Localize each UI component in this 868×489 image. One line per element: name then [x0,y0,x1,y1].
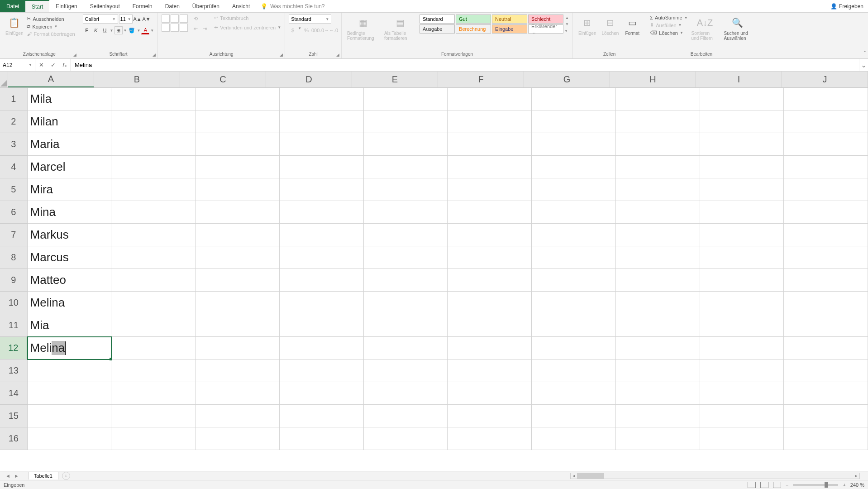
tab-page-layout[interactable]: Seitenlayout [84,0,126,12]
tab-file[interactable]: Datei [0,0,25,12]
cell-style-standard[interactable]: Standard [420,14,455,24]
cell-G11[interactable] [532,314,616,337]
cell-E1[interactable] [364,88,448,110]
row-header-14[interactable]: 14 [0,382,28,405]
cell-I11[interactable] [700,314,784,337]
row-header-4[interactable]: 4 [0,156,28,178]
cell-style-berechnung[interactable]: Berechnung [456,24,491,34]
cell-B13[interactable] [111,360,196,382]
cell-style-eingabe[interactable]: Eingabe [492,24,527,34]
find-select-button[interactable]: 🔍Suchen und Auswählen [722,14,753,42]
fill-handle[interactable] [110,358,112,360]
cell-I9[interactable] [700,269,784,292]
cell-C15[interactable] [196,405,280,427]
bold-button[interactable]: F [83,26,91,34]
cell-H4[interactable] [616,156,700,178]
cell-A16[interactable] [28,427,112,450]
cell-A7[interactable]: Markus [28,224,112,246]
cut-button[interactable]: ✂Ausschneiden [27,15,75,22]
increase-font-button[interactable]: A▲ [134,15,142,23]
zoom-in-button[interactable]: + [843,482,845,488]
row-header-7[interactable]: 7 [0,224,28,246]
orientation-button[interactable]: ⟲ [191,14,200,23]
cell-D3[interactable] [280,133,364,156]
row-header-12[interactable]: 12 [0,337,28,360]
cell-B5[interactable] [111,178,196,201]
font-color-button[interactable]: A [141,26,149,34]
decrease-decimal-button[interactable]: ←.0 [329,26,338,34]
row-header-6[interactable]: 6 [0,201,28,224]
cell-A14[interactable] [28,382,112,405]
cell-H15[interactable] [616,405,700,427]
row-header-3[interactable]: 3 [0,133,28,156]
cell-B1[interactable] [111,88,196,110]
cell-D16[interactable] [280,427,364,450]
number-format-select[interactable]: Standard▼ [289,14,331,24]
cell-H11[interactable] [616,314,700,337]
cell-G1[interactable] [532,88,616,110]
cell-E4[interactable] [364,156,448,178]
cell-B16[interactable] [111,427,196,450]
formula-cancel-button[interactable]: ✕ [35,59,47,71]
cell-style-gut[interactable]: Gut [456,14,491,24]
cell-D15[interactable] [280,405,364,427]
borders-button[interactable]: ⊞ [114,26,123,34]
sheet-nav-next[interactable]: ► [14,473,19,479]
cell-H3[interactable] [616,133,700,156]
clipboard-dialog-launcher[interactable]: ◢ [72,52,78,58]
zoom-out-button[interactable]: − [786,482,788,488]
cell-B2[interactable] [111,110,196,133]
cell-B6[interactable] [111,201,196,224]
cell-A13[interactable] [28,360,112,382]
cell-F14[interactable] [448,382,532,405]
row-header-9[interactable]: 9 [0,269,28,292]
add-sheet-button[interactable]: + [62,472,70,480]
row-header-1[interactable]: 1 [0,88,28,110]
cell-C2[interactable] [196,110,280,133]
cell-E3[interactable] [364,133,448,156]
font-size-select[interactable]: 11▼ [119,14,133,24]
copy-button[interactable]: ⧉Kopieren▼ [27,23,75,30]
cell-C5[interactable] [196,178,280,201]
cell-F8[interactable] [448,246,532,269]
increase-indent-button[interactable]: ⇥ [200,24,209,33]
cell-G12[interactable] [532,337,616,360]
cell-J15[interactable] [784,405,868,427]
cell-J5[interactable] [784,178,868,201]
column-header-E[interactable]: E [352,72,438,87]
increase-decimal-button[interactable]: .0→ [320,26,329,34]
cell-C16[interactable] [196,427,280,450]
merge-center-button[interactable]: ⬌Verbinden und zentrieren▼ [214,24,281,31]
cell-F9[interactable] [448,269,532,292]
format-as-table-button[interactable]: ▤ Als Tabelle formatieren [382,14,418,42]
cell-B9[interactable] [111,269,196,292]
cell-B12[interactable] [111,337,196,360]
cell-B14[interactable] [111,382,196,405]
cell-E11[interactable] [364,314,448,337]
cell-F13[interactable] [448,360,532,382]
cell-F5[interactable] [448,178,532,201]
cell-E15[interactable] [364,405,448,427]
zoom-slider[interactable] [793,484,838,486]
cell-style-neutral[interactable]: Neutral [492,14,527,24]
tab-review[interactable]: Überprüfen [186,0,226,12]
cell-H5[interactable] [616,178,700,201]
autosum-button[interactable]: ΣAutoSumme▼ [650,14,687,21]
alignment-dialog-launcher[interactable]: ◢ [278,52,284,58]
cell-styles-gallery[interactable]: StandardGutNeutralSchlechtAusgabeBerechn… [420,14,563,34]
font-dialog-launcher[interactable]: ◢ [151,52,157,58]
view-normal-button[interactable] [748,482,756,488]
cell-B15[interactable] [111,405,196,427]
share-button[interactable]: 👤 Freigeben [830,0,863,12]
cell-H1[interactable] [616,88,700,110]
cell-J1[interactable] [784,88,868,110]
cell-D14[interactable] [280,382,364,405]
cell-I2[interactable] [700,110,784,133]
cell-J4[interactable] [784,156,868,178]
cell-F11[interactable] [448,314,532,337]
cell-D6[interactable] [280,201,364,224]
cell-E13[interactable] [364,360,448,382]
cell-F7[interactable] [448,224,532,246]
cell-E6[interactable] [364,201,448,224]
column-header-A[interactable]: A [8,72,94,87]
